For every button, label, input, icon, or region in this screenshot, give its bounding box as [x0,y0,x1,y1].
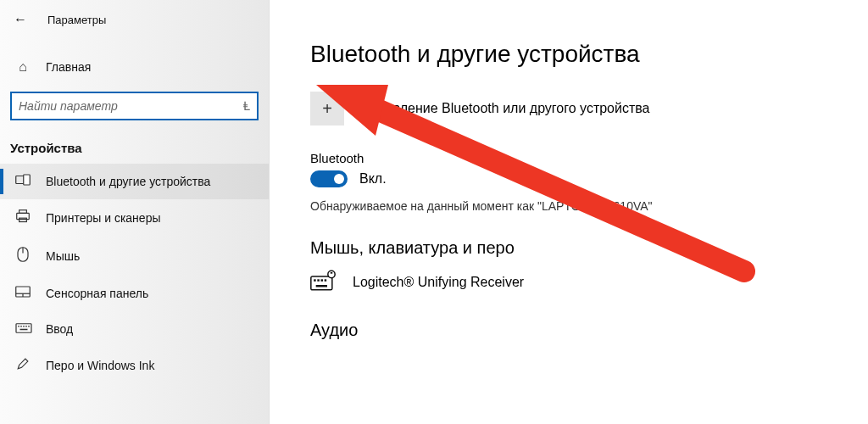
mouse-section-heading: Мышь, клавиатура и перо [310,238,868,258]
svg-rect-18 [314,279,316,282]
svg-rect-11 [18,326,19,327]
svg-rect-20 [321,279,324,282]
keyboard-device-icon [310,270,336,295]
add-device-label: Добавление Bluetooth или другого устройс… [361,101,650,116]
sidebar-item-printers[interactable]: Принтеры и сканеры [0,199,269,237]
sidebar-item-label: Принтеры и сканеры [46,211,160,225]
svg-rect-12 [20,326,22,327]
device-name: Logitech® Unifying Receiver [353,275,524,290]
svg-rect-13 [23,326,25,327]
svg-rect-4 [19,218,27,221]
home-icon: ⌂ [15,59,31,75]
svg-rect-14 [25,326,27,327]
search-box[interactable]: Ⱡ [10,92,259,120]
category-header: Устройства [0,134,269,164]
svg-rect-22 [316,285,327,287]
search-icon: Ⱡ [243,99,250,113]
sidebar-item-mouse[interactable]: Мышь [0,237,269,276]
bluetooth-label: Bluetooth [310,151,868,165]
svg-rect-15 [28,326,30,327]
add-device-button[interactable]: + [310,92,344,126]
bluetooth-toggle-state: Вкл. [359,171,387,187]
svg-rect-10 [16,324,31,333]
sidebar-item-touchpad[interactable]: Сенсорная панель [0,276,269,311]
bluetooth-toggle[interactable] [310,170,348,187]
printer-icon [15,209,31,226]
sidebar-item-label: Bluetooth и другие устройства [46,175,210,188]
sidebar: ← Параметры ⌂ Главная Ⱡ Устройства Bluet… [0,0,270,424]
sidebar-item-label: Сенсорная панель [46,287,148,300]
plus-icon: + [322,99,332,119]
svg-rect-24 [331,272,333,274]
svg-rect-1 [24,175,31,185]
sidebar-item-pen[interactable]: Перо и Windows Ink [0,347,269,384]
pen-icon [15,357,31,374]
app-title: Параметры [47,14,106,26]
svg-rect-17 [311,276,332,290]
sidebar-item-label: Перо и Windows Ink [46,359,154,372]
audio-section-heading: Аудио [310,321,868,340]
svg-rect-16 [20,329,28,331]
main-content: Bluetooth и другие устройства + Добавлен… [270,0,868,424]
sidebar-item-label: Мышь [46,249,80,263]
sidebar-item-label: Ввод [46,322,73,336]
keyboard-icon [15,321,31,337]
touchpad-icon [15,286,31,301]
sidebar-item-bluetooth[interactable]: Bluetooth и другие устройства [0,164,269,199]
devices-icon [15,174,31,189]
mouse-icon [15,247,31,265]
svg-rect-21 [325,279,327,282]
sidebar-item-typing[interactable]: Ввод [0,311,269,347]
back-arrow-icon[interactable]: ← [14,12,27,27]
page-title: Bluetooth и другие устройства [310,41,868,68]
search-input[interactable] [19,99,243,113]
nav-home-label: Главная [46,60,91,74]
add-device-row[interactable]: + Добавление Bluetooth или другого устро… [310,92,868,126]
svg-point-23 [328,271,335,277]
discoverable-text: Обнаруживаемое на данный момент как "LAP… [310,199,868,213]
svg-rect-19 [317,279,320,282]
device-row[interactable]: Logitech® Unifying Receiver [310,270,868,295]
nav-home[interactable]: ⌂ Главная [0,51,269,83]
